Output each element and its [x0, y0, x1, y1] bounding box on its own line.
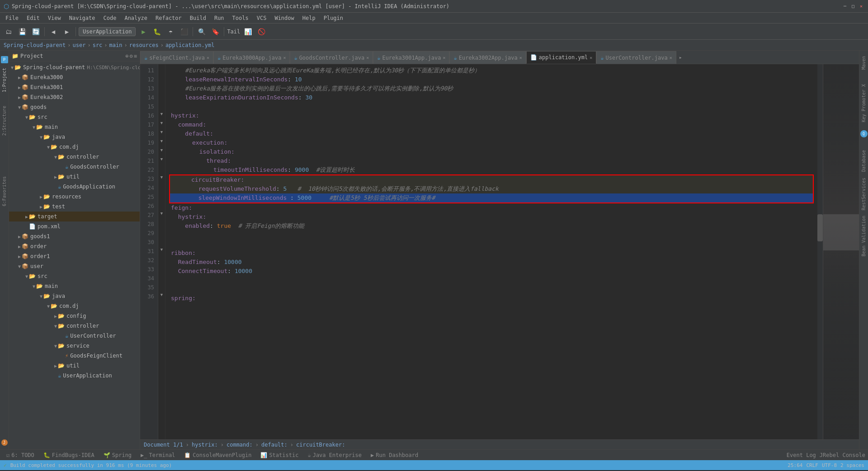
tree-goodscontroller[interactable]: ▶ ☕ GoodsController [9, 162, 140, 172]
tree-user-controller[interactable]: ▼ 📂 controller [9, 321, 140, 331]
structure-panel-label[interactable]: 2:Structure [1, 104, 8, 137]
tab-eureka3001app[interactable]: ☕ Eureka3001App.java ✕ [373, 51, 449, 64]
breadcrumb-hystrix[interactable]: hystrix: [192, 442, 218, 448]
bottom-tab-rundashboard[interactable]: ▶ Run Dashboard [367, 451, 422, 459]
breadcrumb-command[interactable]: command: [226, 442, 253, 448]
tree-goods-src[interactable]: ▼ 📂 src [9, 112, 140, 122]
minimize-btn[interactable]: ─ [842, 3, 848, 9]
toolbar-debug-btn[interactable]: 🐛 [151, 26, 163, 38]
tab-usercontroller[interactable]: ☕ UserController.java ✕ [596, 51, 676, 64]
tree-user-java[interactable]: ▼ 📂 java [9, 291, 140, 301]
maven-label[interactable]: Maven [860, 54, 867, 71]
toolbar-no-entry-btn[interactable]: 🚫 [255, 26, 267, 38]
toolbar-stop-btn[interactable]: ⬛ [178, 26, 190, 38]
tree-user-config[interactable]: ▶ 📂 config [9, 311, 140, 321]
toolbar-coverage2-btn[interactable]: 📊 [242, 26, 254, 38]
menu-refactor[interactable]: Refactor [152, 14, 185, 22]
toolbar-tail-label[interactable]: Tail [227, 28, 240, 35]
project-panel-label[interactable]: 1:Project [1, 66, 8, 94]
toolbar-project-btn[interactable]: 🗂 [3, 26, 14, 38]
tree-goods-resources[interactable]: ▶ 📂 resources [9, 192, 140, 202]
beanvalidation-label[interactable]: Bean Validation [860, 214, 867, 258]
toolbar-save-btn[interactable]: 💾 [16, 26, 28, 38]
eureka3002app-close[interactable]: ✕ [519, 55, 522, 60]
menu-code[interactable]: Code [100, 14, 120, 22]
menu-build[interactable]: Build [186, 14, 210, 22]
bottom-tab-javaenterprise[interactable]: ☕ Java Enterprise [304, 451, 365, 459]
project-add-btn[interactable]: ⊕ [125, 53, 128, 59]
tree-eureka3001[interactable]: ▶ 📦 Eureka3001 [9, 82, 140, 92]
menu-navigate[interactable]: Navigate [66, 14, 99, 22]
tree-root[interactable]: ▼ 📂 Spring-cloud-parent H:\CSDN\Spring-c… [9, 62, 140, 72]
fold-21[interactable]: ▼ [158, 155, 165, 164]
tree-user-comdj[interactable]: ▼ 📂 com.dj [9, 301, 140, 311]
tree-goodsfeignclient[interactable]: ▶ ⚡ GoodsFeignClient [9, 351, 140, 361]
project-tab-icon[interactable]: P [1, 56, 8, 63]
qrcode-icon[interactable]: Q [860, 130, 868, 137]
tree-order1[interactable]: ▶ 📦 order1 [9, 251, 140, 261]
bottom-tab-spring[interactable]: 🌱 Spring [100, 451, 135, 459]
event-log-btn[interactable]: Event Log [787, 452, 816, 458]
breadcrumb-default[interactable]: default: [261, 442, 288, 448]
tree-goods-java[interactable]: ▼ 📂 java [9, 132, 140, 142]
tab-application-yml[interactable]: 📄 application.yml ✕ [526, 51, 596, 64]
tab-goodscontroller[interactable]: ☕ GoodsController.java ✕ [290, 51, 373, 64]
project-gear-btn[interactable]: ⚙ [130, 53, 133, 59]
tabs-overflow[interactable]: ▸ [676, 51, 685, 64]
fold-27[interactable]: ▼ [158, 209, 165, 218]
close-btn[interactable]: ✕ [858, 3, 864, 9]
breadcrumb-doc[interactable]: Document 1/1 [144, 442, 183, 448]
breadcrumb-project[interactable]: Spring-cloud-parent [4, 42, 66, 48]
bottom-tab-statistic[interactable]: 📊 Statistic [257, 451, 302, 459]
fold-36[interactable]: ▼ [158, 290, 165, 299]
maximize-btn[interactable]: □ [850, 3, 856, 9]
fold-19[interactable]: ▼ [158, 137, 165, 146]
fold-20[interactable]: ▼ [158, 146, 165, 155]
minimap[interactable] [823, 64, 859, 439]
menu-window[interactable]: Window [271, 14, 297, 22]
sfeignclient-close[interactable]: ✕ [207, 55, 209, 60]
breadcrumb-user[interactable]: user [73, 42, 86, 48]
tree-order[interactable]: ▶ 📦 order [9, 241, 140, 251]
fold-17[interactable]: ▼ [158, 118, 165, 127]
tree-goods-util[interactable]: ▶ 📂 util [9, 172, 140, 182]
breadcrumb-resources[interactable]: resources [129, 42, 159, 48]
tree-goods[interactable]: ▼ 📦 goods [9, 102, 140, 112]
line-separator[interactable]: CRLF [806, 462, 818, 468]
tree-user-src[interactable]: ▼ 📂 src [9, 271, 140, 281]
favorites-panel-label[interactable]: 6:Favorites [1, 174, 8, 208]
toolbar-coverage-btn[interactable]: ☂ [165, 26, 176, 38]
database-label[interactable]: Database [860, 148, 867, 174]
eureka3000app-close[interactable]: ✕ [283, 55, 286, 60]
menu-vcs[interactable]: VCS [253, 14, 270, 22]
menu-run[interactable]: Run [211, 14, 228, 22]
tab-eureka3000app[interactable]: ☕ Eureka3000App.java ✕ [213, 51, 290, 64]
tree-goods-main[interactable]: ▼ 📂 main [9, 122, 140, 132]
tree-user-util[interactable]: ▶ 📂 util [9, 361, 140, 371]
editor-content[interactable]: 11 12 13 14 15 16 17 18 19 20 21 22 23 2… [140, 64, 859, 439]
breadcrumb-src[interactable]: src [93, 42, 103, 48]
usercontroller-close[interactable]: ✕ [670, 55, 672, 60]
project-collapse-btn[interactable]: ≡ [134, 53, 137, 59]
fold-23[interactable]: ▼ [158, 173, 165, 182]
toolbar-run-btn[interactable]: ▶ [137, 26, 149, 38]
scroll-thumb[interactable] [817, 214, 823, 241]
tree-goods-controller[interactable]: ▼ 📂 controller [9, 152, 140, 162]
tree-eureka3000[interactable]: ▶ 📦 Eureka3000 [9, 72, 140, 82]
encoding[interactable]: UTF-8 [822, 462, 837, 468]
eureka3001app-close[interactable]: ✕ [443, 55, 445, 60]
toolbar-search-btn[interactable]: 🔍 [196, 26, 208, 38]
bottom-tab-todo[interactable]: ☑ 6: TODO [3, 451, 38, 459]
tab-sfeignclient[interactable]: ☕ sFeignClient.java ✕ [140, 51, 213, 64]
breadcrumb-main[interactable]: main [109, 42, 123, 48]
breadcrumb-file[interactable]: application.yml [165, 42, 214, 48]
run-config-dropdown[interactable]: UserApplication [79, 27, 136, 36]
fold-18[interactable]: ▼ [158, 127, 165, 137]
tree-goods1[interactable]: ▶ 📦 goods1 [9, 231, 140, 241]
menu-analyze[interactable]: Analyze [121, 14, 151, 22]
cursor-position[interactable]: 25:64 [788, 462, 802, 468]
tree-usercontroller[interactable]: ▶ ☕ UserController [9, 331, 140, 341]
code-editor[interactable]: #Eureka客户端安多长时间向及远心跳而EureKa服务端,长明已经存在,默认… [165, 64, 817, 439]
toolbar-sync-btn[interactable]: 🔄 [30, 26, 42, 38]
tab-eureka3002app[interactable]: ☕ Eureka3002App.java ✕ [449, 51, 526, 64]
